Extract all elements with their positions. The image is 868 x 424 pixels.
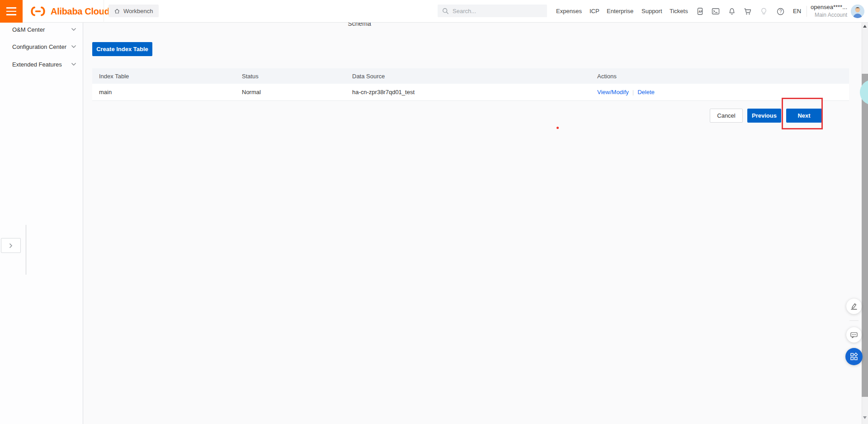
- sidebar-item-configuration-center[interactable]: Configuration Center: [0, 38, 83, 56]
- column-header-index-table: Index Table: [99, 68, 129, 84]
- left-sidebar: O&M Center Configuration Center Extended…: [0, 23, 83, 424]
- chevron-down-icon: [71, 28, 76, 31]
- cart-icon[interactable]: [744, 0, 752, 23]
- sidebar-item-label: Configuration Center: [12, 43, 71, 50]
- svg-text:AP: AP: [698, 10, 703, 13]
- sidebar-item-label: O&M Center: [12, 26, 71, 33]
- pencil-icon: [850, 302, 858, 310]
- column-header-data-source: Data Source: [352, 68, 385, 84]
- sidebar-item-label: Extended Features: [12, 61, 71, 68]
- cell-actions: View/Modify | Delete: [597, 84, 655, 100]
- column-header-status: Status: [242, 68, 259, 84]
- sidebar-expand-handle[interactable]: [1, 238, 21, 253]
- sidebar-faint-divider: [26, 225, 26, 275]
- alibaba-cloud-logo-icon: [29, 6, 47, 17]
- hamburger-menu-button[interactable]: [0, 0, 23, 23]
- column-header-actions: Actions: [597, 68, 617, 84]
- table-row: main Normal ha-cn-zpr38r7qd01_test View/…: [92, 84, 849, 101]
- menu-icp[interactable]: ICP: [590, 0, 599, 23]
- cell-data-source: ha-cn-zpr38r7qd01_test: [352, 84, 415, 100]
- scroll-down-arrow[interactable]: [863, 416, 867, 419]
- brand-name: Alibaba Cloud: [51, 6, 110, 17]
- annotation-click-dot: [557, 127, 559, 129]
- cancel-button[interactable]: Cancel: [710, 109, 743, 123]
- assistant-bubble: [860, 80, 868, 105]
- svg-text:?: ?: [779, 9, 782, 14]
- account-name: opensea****...: [798, 3, 847, 11]
- create-index-table-button[interactable]: Create Index Table: [92, 42, 152, 56]
- delete-link[interactable]: Delete: [637, 89, 655, 95]
- avatar[interactable]: [851, 5, 864, 18]
- alibaba-cloud-logo[interactable]: Alibaba Cloud: [29, 0, 110, 23]
- page-scrollbar-thumb[interactable]: [862, 74, 868, 397]
- next-button[interactable]: Next: [786, 109, 822, 123]
- account-menu[interactable]: opensea****... Main Account: [798, 3, 847, 19]
- menu-tickets[interactable]: Tickets: [670, 0, 688, 23]
- feedback-button[interactable]: [846, 299, 862, 314]
- menu-enterprise[interactable]: Enterprise: [607, 0, 633, 23]
- floating-divider: [849, 320, 859, 321]
- header-divider: [104, 0, 104, 23]
- page: Alibaba Cloud Workbench Expenses ICP Ent…: [0, 0, 868, 424]
- apps-icon: [850, 353, 858, 361]
- cell-index-table: main: [99, 84, 112, 100]
- top-header: Alibaba Cloud Workbench Expenses ICP Ent…: [0, 0, 868, 23]
- menu-support[interactable]: Support: [642, 0, 662, 23]
- menu-expenses[interactable]: Expenses: [556, 0, 582, 23]
- sidebar-item-extended-features[interactable]: Extended Features: [0, 55, 83, 73]
- cell-status: Normal: [242, 84, 261, 100]
- global-search: [438, 5, 547, 17]
- lightbulb-icon[interactable]: [760, 0, 767, 23]
- table-header-row: Index Table Status Data Source Actions: [92, 68, 849, 84]
- app-icon[interactable]: AP: [696, 0, 704, 23]
- apps-launcher-button[interactable]: [845, 348, 863, 365]
- terminal-icon[interactable]: [712, 0, 720, 23]
- chevron-down-icon: [71, 62, 76, 66]
- support-chat-button[interactable]: [846, 327, 862, 343]
- sidebar-item-om-center[interactable]: O&M Center: [0, 20, 83, 38]
- previous-button[interactable]: Previous: [747, 109, 781, 123]
- search-input[interactable]: [453, 8, 534, 14]
- index-table-list: Index Table Status Data Source Actions m…: [92, 68, 849, 101]
- view-modify-link[interactable]: View/Modify: [597, 89, 629, 95]
- search-icon: [442, 8, 449, 14]
- help-icon[interactable]: ?: [777, 0, 784, 23]
- chevron-down-icon: [71, 45, 76, 48]
- workbench-label: Workbench: [123, 8, 153, 14]
- chat-icon: [850, 331, 858, 339]
- workbench-button[interactable]: Workbench: [108, 5, 159, 17]
- account-type: Main Account: [798, 11, 847, 19]
- action-separator: |: [632, 89, 634, 95]
- scroll-up-arrow[interactable]: [863, 25, 867, 28]
- home-icon: [114, 8, 120, 14]
